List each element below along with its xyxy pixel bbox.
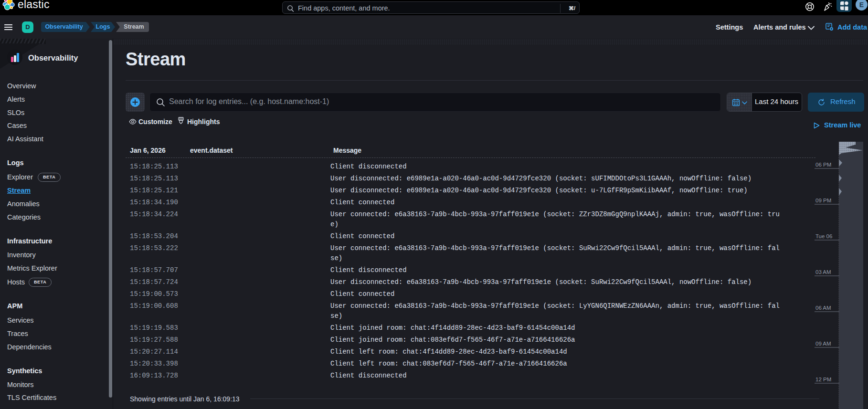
svg-text:06 PM: 06 PM xyxy=(815,162,831,168)
svg-text:03 AM: 03 AM xyxy=(815,269,831,275)
svg-text:12 PM: 12 PM xyxy=(815,377,831,382)
svg-text:09 AM: 09 AM xyxy=(815,341,831,346)
svg-text:Tue 06: Tue 06 xyxy=(815,233,832,239)
svg-text:09 PM: 09 PM xyxy=(815,198,831,203)
svg-text:06 AM: 06 AM xyxy=(815,305,831,311)
